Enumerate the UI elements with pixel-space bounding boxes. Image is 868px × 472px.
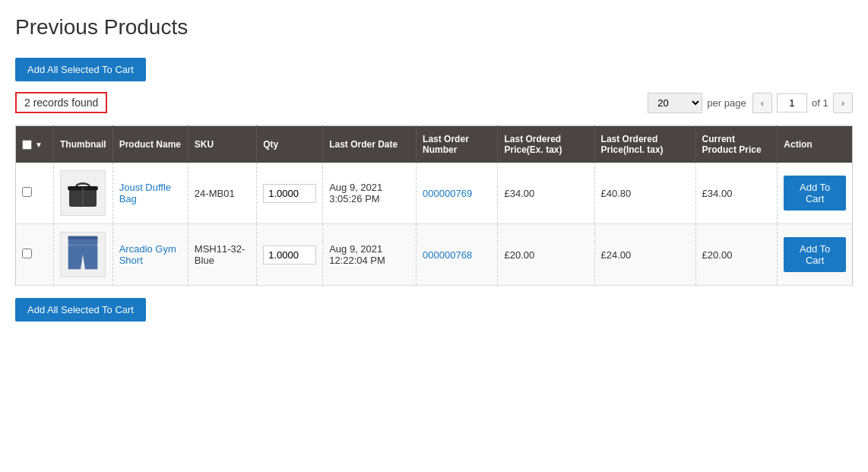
row1-checkbox-cell[interactable]	[16, 163, 54, 224]
th-thumbnail: Thumbnail	[54, 126, 113, 163]
page-title: Previous Products	[15, 15, 853, 40]
row2-qty-cell[interactable]	[257, 224, 323, 286]
table-header-row: ▼ Thumbnail Product Name SKU Qty Last Or…	[16, 126, 853, 163]
row1-qty-cell[interactable]	[257, 163, 323, 224]
row2-price-incl: £24.00	[601, 249, 632, 261]
th-last-ordered-price-incl: Last Ordered Price(Incl. tax)	[594, 126, 695, 163]
page-nav: ‹ of 1 ›	[752, 93, 853, 113]
row2-action-cell[interactable]: Add To Cart	[778, 224, 853, 286]
row2-price-ex-cell: £20.00	[498, 224, 594, 286]
add-all-bottom-button[interactable]: Add All Selected To Cart	[15, 298, 146, 322]
per-page-label: per page	[707, 97, 746, 109]
row1-product-link[interactable]: Joust Duffle Bag	[119, 182, 171, 204]
th-last-ordered-price-ex: Last Ordered Price(Ex. tax)	[498, 126, 594, 163]
th-last-order-number: Last Order Number	[417, 126, 498, 163]
row1-last-order-date-cell: Aug 9, 2021 3:05:26 PM	[323, 163, 417, 224]
page-total: of 1	[812, 97, 828, 109]
products-table: ▼ Thumbnail Product Name SKU Qty Last Or…	[15, 125, 853, 286]
per-page-dropdown[interactable]: 20 50 100	[648, 93, 702, 113]
row1-add-to-cart-button[interactable]: Add To Cart	[784, 176, 846, 211]
row2-qty-input[interactable]	[263, 246, 316, 265]
page-number-input[interactable]	[777, 93, 807, 112]
th-qty: Qty	[257, 126, 323, 163]
row2-checkbox-cell[interactable]	[16, 224, 54, 286]
select-all-checkbox[interactable]	[22, 140, 32, 150]
svg-rect-4	[68, 236, 98, 239]
prev-page-button[interactable]: ‹	[752, 93, 772, 113]
th-last-order-date: Last Order Date	[323, 126, 417, 163]
row2-last-order-date: Aug 9, 2021 12:22:04 PM	[329, 243, 385, 266]
th-product-name: Product Name	[112, 126, 188, 163]
pagination-controls: 20 50 100 per page ‹ of 1 ›	[648, 93, 853, 113]
row1-current-price: £34.00	[702, 188, 733, 199]
th-checkbox[interactable]: ▼	[16, 126, 54, 163]
row1-order-link[interactable]: 000000769	[423, 188, 472, 199]
per-page-select[interactable]: 20 50 100 per page	[648, 93, 746, 113]
row2-add-to-cart-button[interactable]: Add To Cart	[784, 237, 846, 272]
row1-product-name-cell[interactable]: Joust Duffle Bag	[112, 163, 188, 224]
row2-sku-cell: MSH11-32-Blue	[188, 224, 256, 286]
row2-checkbox[interactable]	[22, 249, 32, 258]
row2-last-order-number-cell[interactable]: 000000768	[417, 224, 498, 286]
next-page-button[interactable]: ›	[833, 93, 853, 113]
row1-action-cell[interactable]: Add To Cart	[778, 163, 853, 224]
row1-price-ex-cell: £34.00	[498, 163, 594, 224]
th-action: Action	[778, 126, 853, 163]
row2-product-link[interactable]: Arcadio Gym Short	[119, 243, 176, 266]
row2-sku: MSH11-32-Blue	[195, 243, 245, 266]
row1-thumbnail-cell	[54, 163, 113, 224]
row2-product-name-cell[interactable]: Arcadio Gym Short	[112, 224, 188, 286]
row1-sku-cell: 24-MB01	[188, 163, 256, 224]
add-all-top-button[interactable]: Add All Selected To Cart	[15, 58, 146, 81]
row2-order-link[interactable]: 000000768	[423, 249, 472, 261]
row2-last-order-date-cell: Aug 9, 2021 12:22:04 PM	[323, 224, 417, 286]
row1-last-order-number-cell[interactable]: 000000769	[417, 163, 498, 224]
row1-current-price-cell: £34.00	[695, 163, 778, 224]
table-row: Joust Duffle Bag 24-MB01 Aug 9, 2021 3:0…	[16, 163, 853, 224]
row2-price-incl-cell: £24.00	[594, 224, 695, 286]
row1-sku: 24-MB01	[195, 188, 235, 199]
row1-thumbnail	[60, 170, 106, 216]
records-found: 2 records found	[15, 92, 107, 113]
row1-price-incl-cell: £40.80	[594, 163, 695, 224]
row2-thumbnail-cell	[54, 224, 113, 286]
row2-current-price-cell: £20.00	[695, 224, 778, 286]
row2-current-price: £20.00	[702, 249, 733, 261]
row2-price-ex: £20.00	[504, 249, 534, 261]
row1-price-incl: £40.80	[601, 188, 632, 199]
th-current-product-price: Current Product Price	[695, 126, 778, 163]
shorts-thumbnail-icon	[64, 233, 102, 277]
table-row: Arcadio Gym Short MSH11-32-Blue Aug 9, 2…	[16, 224, 853, 286]
th-sku: SKU	[188, 126, 256, 163]
row1-qty-input[interactable]	[263, 184, 316, 203]
bag-thumbnail-icon	[62, 173, 103, 214]
row1-price-ex: £34.00	[504, 188, 534, 199]
row1-checkbox[interactable]	[22, 187, 32, 197]
row1-last-order-date: Aug 9, 2021 3:05:26 PM	[329, 182, 382, 204]
row2-thumbnail	[60, 232, 106, 277]
select-all-dropdown-icon[interactable]: ▼	[35, 141, 43, 149]
